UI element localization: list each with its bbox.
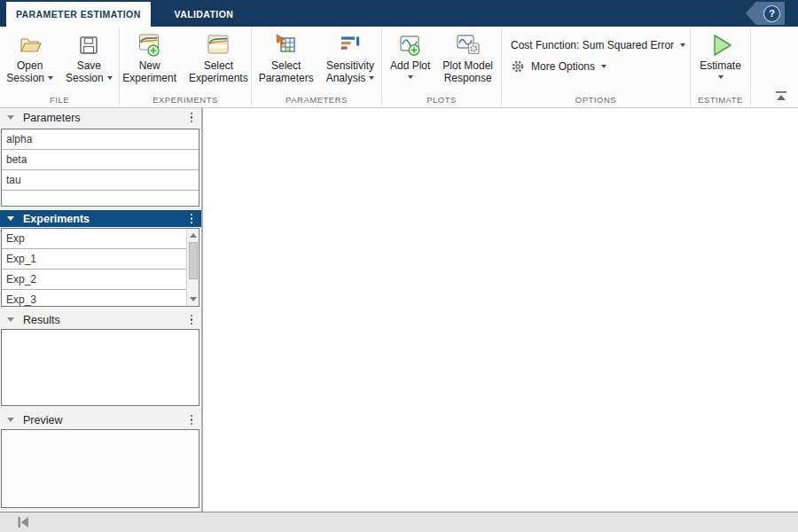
add-plot-label: Add Plot xyxy=(390,59,430,72)
section-label-parameters: PARAMETERS xyxy=(252,95,381,105)
section-label-options: OPTIONS xyxy=(502,95,690,105)
section-label-experiments: EXPERIMENTS xyxy=(120,95,251,105)
save-session-button[interactable]: Save Session xyxy=(59,31,119,84)
cost-function-label: Cost Function: Sum Squared Error xyxy=(511,39,674,51)
sensitivity-analysis-icon xyxy=(337,31,364,59)
results-panel-title: Results xyxy=(23,314,187,326)
section-file: Open Session Save Session FILE xyxy=(0,27,119,107)
gear-icon xyxy=(511,59,525,74)
parameters-panel-title: Parameters xyxy=(23,112,187,124)
toolbar-separator xyxy=(750,28,751,106)
open-session-label1: Open xyxy=(17,59,43,72)
collapse-triangle-icon[interactable] xyxy=(7,317,14,322)
cost-function-dropdown[interactable]: Cost Function: Sum Squared Error xyxy=(511,39,690,51)
dropdown-arrow-icon xyxy=(601,65,606,68)
list-item[interactable]: Exp_2 xyxy=(2,270,199,290)
collapse-up-icon xyxy=(775,90,787,101)
dropdown-arrow-icon xyxy=(680,43,685,47)
select-experiments-label1: Select xyxy=(204,59,233,72)
dropdown-arrow-icon xyxy=(48,76,53,80)
section-label-file: FILE xyxy=(0,95,119,105)
more-options-label: More Options xyxy=(531,60,595,73)
estimate-label: Estimate xyxy=(700,59,741,72)
new-experiment-label2: Experiment xyxy=(122,72,176,84)
collapse-triangle-icon[interactable] xyxy=(7,115,14,120)
plot-model-response-button[interactable]: Plot Model Response xyxy=(436,31,499,84)
tab-parameter-estimation[interactable]: PARAMETER ESTIMATION xyxy=(6,2,151,27)
experiments-menu-button[interactable] xyxy=(187,212,197,226)
skip-to-start-icon xyxy=(16,516,30,528)
results-list[interactable] xyxy=(1,329,200,406)
list-item[interactable]: tau xyxy=(2,170,199,191)
section-label-plots: PLOTS xyxy=(382,95,501,105)
select-experiments-button[interactable]: Select Experiments xyxy=(183,31,254,84)
toolstrip: Open Session Save Session FILE xyxy=(0,27,798,108)
preview-panel-header[interactable]: Preview xyxy=(0,411,201,428)
help-button[interactable]: ? xyxy=(763,5,780,22)
sensitivity-analysis-label1: Sensitivity xyxy=(326,59,374,72)
select-parameters-button[interactable]: Select Parameters xyxy=(253,31,320,84)
estimate-play-icon xyxy=(708,31,734,59)
section-options: Cost Function: Sum Squared Error More Op… xyxy=(502,27,690,107)
parameters-menu-button[interactable] xyxy=(187,111,197,125)
new-experiment-label1: New xyxy=(139,59,160,72)
plot-model-response-label1: Plot Model xyxy=(442,59,493,72)
list-item[interactable]: Exp xyxy=(2,229,199,249)
open-session-button[interactable]: Open Session xyxy=(0,31,59,84)
experiments-panel-header[interactable]: Experiments xyxy=(0,210,201,227)
parameters-panel-header[interactable]: Parameters xyxy=(0,109,201,126)
save-session-label2: Session xyxy=(66,72,104,84)
results-menu-button[interactable] xyxy=(187,313,197,327)
sensitivity-analysis-label2: Analysis xyxy=(326,72,366,84)
add-plot-icon xyxy=(397,31,424,59)
minimize-toolstrip-button[interactable] xyxy=(773,90,789,102)
open-folder-icon xyxy=(17,31,43,59)
save-disk-icon xyxy=(75,31,102,59)
more-options-button[interactable]: More Options xyxy=(511,59,690,74)
tab-validation[interactable]: VALIDATION xyxy=(151,2,258,27)
list-item[interactable]: alpha xyxy=(2,129,199,150)
parameters-list: alpha beta tau xyxy=(1,129,200,207)
experiments-panel-title: Experiments xyxy=(23,213,187,225)
section-label-estimate: ESTIMATE xyxy=(691,95,750,105)
section-parameters: Select Parameters Sensitivity xyxy=(252,27,381,107)
collapse-triangle-icon[interactable] xyxy=(7,418,14,422)
section-estimate: Estimate ESTIMATE xyxy=(691,27,750,107)
section-experiments: New Experiment Select Experim xyxy=(120,27,251,107)
add-plot-dropdown-arrow[interactable] xyxy=(408,75,413,79)
scrollbar-thumb[interactable] xyxy=(189,242,198,279)
experiments-list: Exp Exp_1 Exp_2 Exp_3 xyxy=(1,228,200,307)
new-experiment-icon xyxy=(137,31,163,59)
scroll-down-arrow[interactable] xyxy=(187,293,199,305)
new-experiment-button[interactable]: New Experiment xyxy=(116,31,183,84)
browser-panel: Parameters alpha beta tau Experiments Ex… xyxy=(0,108,201,512)
list-item[interactable]: Exp_1 xyxy=(2,249,199,270)
status-bar xyxy=(0,512,798,532)
scroll-up-arrow[interactable] xyxy=(187,230,199,241)
preview-box xyxy=(1,429,200,508)
select-experiments-icon xyxy=(205,31,231,59)
plot-model-response-icon xyxy=(455,31,481,59)
preview-menu-button[interactable] xyxy=(187,413,197,427)
add-plot-button[interactable]: Add Plot xyxy=(384,31,436,79)
sensitivity-analysis-button[interactable]: Sensitivity Analysis xyxy=(320,31,381,84)
list-item[interactable]: Exp_3 xyxy=(2,290,199,307)
estimate-button[interactable]: Estimate xyxy=(693,31,747,79)
select-parameters-label2: Parameters xyxy=(259,72,314,84)
collapse-triangle-icon[interactable] xyxy=(7,216,14,221)
results-panel-header[interactable]: Results xyxy=(0,311,201,328)
estimate-dropdown-arrow[interactable] xyxy=(718,75,724,79)
select-experiments-label2: Experiments xyxy=(189,72,248,84)
list-item[interactable]: beta xyxy=(2,150,199,170)
preview-panel-title: Preview xyxy=(23,414,187,426)
list-item-empty[interactable] xyxy=(2,191,199,207)
open-session-label2: Session xyxy=(6,72,44,84)
parameter-estimation-app: PARAMETER ESTIMATION VALIDATION ? Open S… xyxy=(0,0,798,532)
document-area xyxy=(203,108,798,512)
dropdown-arrow-icon xyxy=(107,76,113,80)
experiments-scrollbar[interactable] xyxy=(186,229,199,306)
dropdown-arrow-icon xyxy=(369,76,374,80)
toolstrip-tab-bar: PARAMETER ESTIMATION VALIDATION ? xyxy=(0,0,798,27)
select-parameters-label1: Select xyxy=(271,59,301,72)
collapse-panel-button[interactable] xyxy=(16,516,30,532)
